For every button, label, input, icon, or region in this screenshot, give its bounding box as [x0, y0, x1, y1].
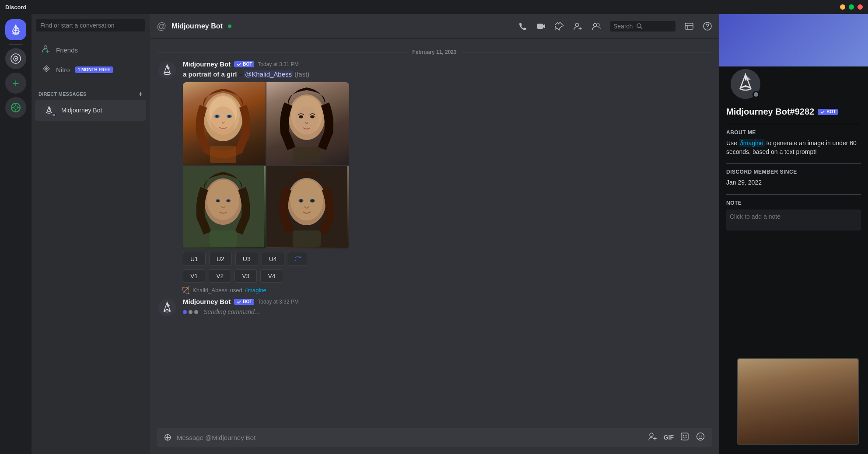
nitro-nav-item[interactable]: Nitro 1 MONTH FREE: [35, 60, 146, 80]
about-me-text: Use /imagine to generate an image in und…: [726, 139, 861, 156]
profile-status-dot: [752, 91, 760, 98]
v1-button[interactable]: V1: [183, 269, 205, 283]
direct-messages-label: DIRECT MESSAGES: [38, 91, 87, 97]
refresh-button[interactable]: [288, 252, 307, 266]
profile-avatar-container: [719, 66, 868, 84]
message-mention: @Khalid_Abess: [244, 70, 293, 78]
about-me-title: ABOUT ME: [726, 129, 861, 136]
svg-point-49: [228, 200, 230, 202]
member-since-date: Jan 29, 2022: [726, 178, 861, 187]
find-conversation-input[interactable]: [36, 19, 145, 31]
u4-button[interactable]: U4: [262, 252, 284, 266]
bot-badge-1: BOT: [234, 61, 254, 67]
midjourney-bot-avatar: [42, 103, 56, 117]
svg-rect-16: [537, 24, 543, 29]
svg-marker-2: [16, 26, 19, 30]
message-author-2: Midjourney Bot: [183, 298, 231, 305]
search-box[interactable]: Search: [610, 21, 676, 31]
v4-button[interactable]: V4: [260, 269, 283, 283]
svg-rect-21: [685, 23, 693, 29]
server-sidebar: +: [0, 14, 32, 454]
friends-label: Friends: [56, 46, 78, 54]
system-user: Khalid_Abess: [192, 287, 228, 293]
explore-servers-icon[interactable]: [5, 97, 26, 118]
pin-messages-button[interactable]: [555, 21, 564, 31]
discord-home-icon[interactable]: [5, 19, 26, 40]
u3-button[interactable]: U3: [235, 252, 258, 266]
portrait-image-4: [266, 166, 349, 248]
dot-2: [189, 310, 192, 314]
start-voice-call-button[interactable]: [518, 21, 528, 31]
chat-header: @ Midjourney Bot: [150, 14, 719, 38]
profile-divider-2: [726, 163, 861, 164]
profile-username: Midjourney Bot#9282: [726, 107, 814, 117]
nitro-label: Nitro: [56, 66, 70, 73]
add-attachment-button[interactable]: ⊕: [164, 432, 172, 443]
message-author-1: Midjourney Bot: [183, 60, 231, 68]
chat-area: @ Midjourney Bot: [150, 14, 719, 454]
friends-nav-item[interactable]: Friends: [35, 40, 146, 60]
emoji-button[interactable]: [696, 432, 705, 444]
message-input[interactable]: [177, 430, 643, 446]
svg-point-68: [699, 435, 700, 436]
title-bar-controls: [840, 4, 863, 10]
input-action-icons: GIF: [648, 432, 705, 444]
svg-point-63: [650, 433, 653, 437]
u1-button[interactable]: U1: [183, 252, 206, 266]
svg-point-53: [290, 179, 323, 220]
help-button[interactable]: [703, 21, 712, 31]
minimize-button[interactable]: [840, 4, 845, 10]
message-content-2: Midjourney Bot BOT Today at 3:32 PM: [183, 298, 710, 317]
svg-point-57: [311, 199, 314, 202]
close-button[interactable]: [858, 4, 863, 10]
svg-rect-42: [293, 147, 321, 163]
gif-button[interactable]: GIF: [664, 434, 674, 441]
system-emoji: 🏹: [181, 286, 190, 294]
image-cell-2: [266, 82, 349, 165]
svg-point-69: [701, 435, 702, 436]
add-server-icon[interactable]: +: [5, 73, 26, 94]
portrait-image-3: [183, 166, 266, 248]
profile-divider-1: [726, 124, 861, 124]
midjourney-bot-status: [52, 113, 56, 117]
svg-point-17: [575, 23, 579, 27]
message-text-1: a portrait of a girl – @Khalid_Abess (fa…: [183, 70, 710, 79]
inbox-button[interactable]: [684, 21, 694, 31]
friends-icon: [42, 45, 51, 56]
nitro-icon: [42, 64, 51, 75]
message-group-2: Midjourney Bot BOT Today at 3:32 PM: [150, 296, 719, 318]
add-people-icon[interactable]: [648, 432, 658, 444]
svg-point-18: [594, 23, 597, 26]
maximize-button[interactable]: [849, 4, 854, 10]
add-direct-message-button[interactable]: +: [138, 90, 143, 98]
add-friend-button[interactable]: [573, 21, 583, 31]
ai-server-icon[interactable]: [5, 48, 26, 69]
dm-search-bar: [32, 14, 150, 37]
v3-button[interactable]: V3: [234, 269, 257, 283]
v2-button[interactable]: V2: [209, 269, 231, 283]
message-timestamp-1: Today at 3:31 PM: [258, 61, 298, 67]
profile-avatar-large: [728, 66, 763, 101]
image-cell-1: [183, 82, 266, 165]
dm-midjourney-bot-item[interactable]: Midjourney Bot: [35, 100, 146, 121]
message-header-1: Midjourney Bot BOT Today at 3:31 PM: [183, 60, 710, 68]
sticker-button[interactable]: [680, 432, 690, 444]
action-buttons-row1: U1 U2 U3 U4: [183, 252, 710, 266]
nitro-free-badge: 1 MONTH FREE: [75, 66, 113, 73]
svg-point-67: [697, 433, 704, 440]
message-dash: –: [239, 70, 245, 78]
search-icon: [636, 23, 643, 30]
note-field[interactable]: [726, 210, 861, 230]
profile-bot-badge: BOT: [818, 109, 838, 115]
u2-button[interactable]: U2: [209, 252, 232, 266]
message-avatar-midjourney-2: [158, 299, 176, 316]
svg-rect-58: [293, 230, 321, 247]
start-video-call-button[interactable]: [536, 21, 546, 31]
dm-nav-items: Friends Nitro 1 MONTH FREE: [32, 37, 150, 83]
dot-1: [183, 310, 187, 314]
svg-point-35: [228, 115, 231, 118]
svg-point-31: [211, 106, 235, 137]
hide-member-list-button[interactable]: [592, 21, 601, 31]
svg-point-65: [683, 435, 684, 436]
date-divider: February 11, 2023: [150, 45, 719, 59]
